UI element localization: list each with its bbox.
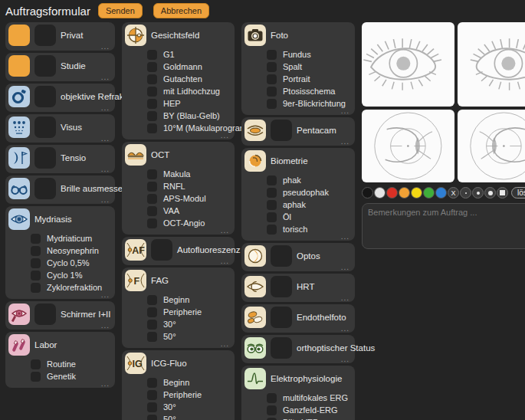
checkbox-row-aphak[interactable]: aphak [267, 199, 352, 211]
checkbox-row-beginn[interactable]: Beginn [147, 376, 231, 389]
spalt-checkbox[interactable] [267, 62, 277, 72]
checkbox-row-cyclo-1[interactable]: Cyclo 1% [31, 269, 112, 281]
checkbox-row-cyclo-0-5[interactable]: Cyclo 0,5% [31, 257, 112, 269]
routine-checkbox[interactable] [31, 359, 41, 369]
portrait-checkbox[interactable] [267, 74, 277, 84]
aphak-checkbox[interactable] [267, 200, 277, 210]
blitz-vep-checkbox[interactable] [267, 418, 277, 420]
studie-checkbox[interactable] [34, 55, 56, 77]
palette-color-7[interactable] [435, 187, 447, 199]
checkbox-row-9er-blickrichtung[interactable]: 9er-Blickrichtung [267, 97, 352, 110]
checkbox-row-mydriaticum[interactable]: Mydriaticum [31, 232, 112, 244]
brush-size-3-button[interactable] [484, 187, 496, 199]
goldmann-checkbox[interactable] [147, 62, 157, 72]
pseudophak-checkbox[interactable] [267, 188, 277, 198]
checkbox-row-by-blau-gelb[interactable]: BY (Blau-Gelb) [147, 110, 231, 122]
panel-more[interactable]: ... [341, 294, 349, 302]
fundus-chart-canvas-left[interactable] [362, 110, 454, 182]
l-checkbox[interactable] [267, 212, 277, 222]
g1-checkbox[interactable] [147, 50, 157, 60]
cyclo-1-checkbox[interactable] [31, 271, 41, 281]
panel-more[interactable]: ... [101, 195, 110, 204]
beginn-checkbox[interactable] [147, 378, 157, 388]
panel-more[interactable]: ... [101, 290, 110, 299]
panel-more[interactable]: ... [101, 134, 110, 143]
checkbox-row-fundus[interactable]: Fundus [267, 48, 352, 61]
cancel-button[interactable]: Abbrechen [153, 3, 209, 18]
tensio-checkbox[interactable] [34, 147, 56, 169]
rnfl-checkbox[interactable] [147, 182, 157, 192]
vaa-checkbox[interactable] [147, 206, 157, 216]
beginn-checkbox[interactable] [147, 295, 157, 305]
checkbox-row-torisch[interactable]: torisch [267, 223, 352, 235]
9er-blickrichtung-checkbox[interactable] [267, 99, 277, 109]
panel-more[interactable]: ... [101, 103, 110, 112]
genetik-checkbox[interactable] [31, 372, 41, 382]
fundus-chart-canvas-right[interactable] [458, 110, 525, 182]
checkbox-row-routine[interactable]: Routine [31, 358, 112, 370]
panel-more[interactable]: ... [341, 263, 349, 271]
checkbox-row-beginn[interactable]: Beginn [147, 294, 231, 306]
delete-drawing-button[interactable]: löschen [511, 187, 525, 199]
checkbox-row-pseudophak[interactable]: pseudophak [267, 186, 352, 199]
gutachten-checkbox[interactable] [147, 74, 157, 84]
checkbox-row-phak[interactable]: phak [267, 174, 352, 186]
brush-square-button[interactable] [497, 187, 508, 199]
send-button[interactable]: Senden [98, 3, 143, 18]
checkbox-row-aps-modul[interactable]: APS-Modul [147, 192, 231, 205]
remarks-textarea[interactable] [362, 203, 525, 249]
checkbox-row-rnfl[interactable]: RNFL [147, 180, 231, 192]
checkbox-row-makula[interactable]: Makula [147, 168, 231, 180]
multifokales-erg-checkbox[interactable] [267, 393, 277, 403]
palette-color-1[interactable] [362, 187, 373, 199]
pentacam-checkbox[interactable] [271, 120, 292, 141]
panel-more[interactable]: ... [221, 131, 229, 139]
hrt-checkbox[interactable] [271, 276, 292, 297]
by-blau-gelb-checkbox[interactable] [147, 111, 157, 121]
palette-color-3[interactable] [386, 187, 398, 199]
endothelfoto-checkbox[interactable] [271, 307, 292, 328]
checkbox-row-ptosisschema[interactable]: Ptosisschema [267, 85, 352, 97]
checkbox-row-peripherie[interactable]: Peripherie [147, 306, 231, 318]
50-checkbox[interactable] [147, 332, 157, 342]
neosynephrin-checkbox[interactable] [31, 246, 41, 256]
palette-color-6[interactable] [423, 187, 435, 199]
checkbox-row-50[interactable]: 50° [147, 330, 231, 343]
orthoptischer-status-checkbox[interactable] [271, 337, 292, 359]
cyclo-0-5-checkbox[interactable] [31, 258, 41, 268]
panel-more[interactable]: ... [341, 232, 349, 241]
panel-more[interactable]: ... [341, 137, 349, 146]
brush-size-2-button[interactable] [472, 187, 484, 199]
objektive-refraktion-checkbox[interactable] [34, 86, 56, 107]
checkbox-row-portrait[interactable]: Portrait [267, 73, 352, 85]
eye-sketch-canvas-right[interactable] [458, 22, 525, 107]
checkbox-row-mit-lidhochzug[interactable]: mit Lidhochzug [147, 85, 231, 97]
checkbox-row-30[interactable]: 30° [147, 318, 231, 330]
checkbox-row-multifokales-erg[interactable]: multifokales ERG [267, 392, 352, 404]
checkbox-row-l[interactable]: Öl [267, 211, 352, 223]
privat-checkbox[interactable] [34, 25, 56, 46]
checkbox-row-30[interactable]: 30° [147, 401, 231, 413]
10-m-makulaprogramm-checkbox[interactable] [147, 123, 157, 133]
50-checkbox[interactable] [147, 415, 157, 420]
aps-modul-checkbox[interactable] [147, 194, 157, 204]
clear-mark-x-button[interactable]: X [448, 187, 459, 199]
panel-more[interactable]: ... [341, 324, 349, 333]
panel-more[interactable]: ... [101, 165, 110, 173]
zyklorefraktion-checkbox[interactable] [31, 283, 41, 293]
torisch-checkbox[interactable] [267, 225, 277, 235]
makula-checkbox[interactable] [147, 169, 157, 179]
mydriaticum-checkbox[interactable] [31, 234, 41, 244]
fundus-checkbox[interactable] [267, 50, 277, 60]
checkbox-row-10-m-makulaprogramm[interactable]: 10°M (Makulaprogramm) [147, 122, 231, 134]
checkbox-row-genetik[interactable]: Genetik [31, 370, 112, 382]
panel-more[interactable]: ... [341, 355, 349, 363]
ptosisschema-checkbox[interactable] [267, 87, 277, 97]
panel-more[interactable]: ... [101, 42, 110, 51]
checkbox-row-hep[interactable]: HEP [147, 97, 231, 110]
eye-sketch-canvas-left[interactable] [362, 22, 454, 107]
phak-checkbox[interactable] [267, 176, 277, 185]
oct-angio-checkbox[interactable] [147, 218, 157, 228]
checkbox-row-g1[interactable]: G1 [147, 48, 231, 61]
checkbox-row-vaa[interactable]: VAA [147, 205, 231, 217]
